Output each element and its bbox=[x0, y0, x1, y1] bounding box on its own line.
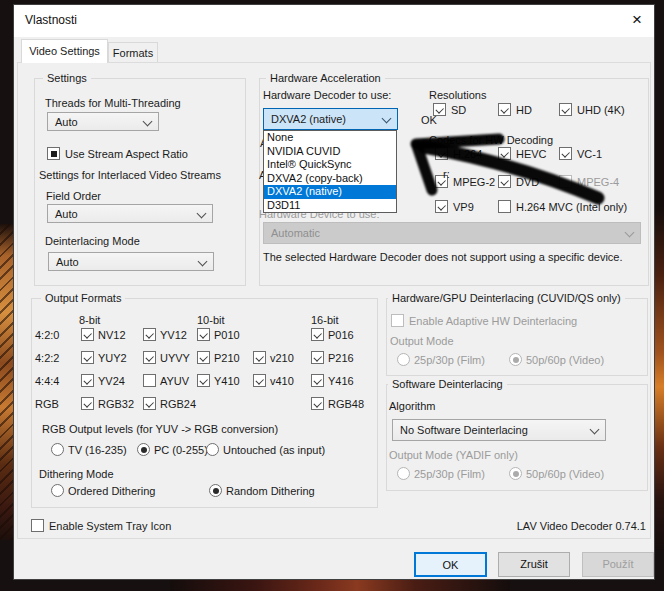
window-title: Vlastnosti bbox=[25, 13, 77, 27]
rgb-tv-label: TV (16-235) bbox=[68, 444, 127, 457]
hw-decoder-combobox[interactable]: DXVA2 (native) bbox=[263, 108, 398, 130]
dropdown-item-dxva2-native[interactable]: DXVA2 (native) bbox=[264, 185, 396, 199]
fmt-v410-label: v410 bbox=[270, 375, 294, 388]
field-order-combobox[interactable]: Auto bbox=[47, 204, 213, 223]
fmt-p010-checkbox[interactable] bbox=[197, 328, 210, 341]
sw-deint-title: Software Deinterlacing bbox=[388, 378, 507, 391]
deint-mode-value: Auto bbox=[56, 256, 79, 268]
field-order-label: Field Order bbox=[46, 190, 101, 203]
fmt-uyvy-checkbox[interactable] bbox=[143, 351, 156, 364]
apply-button[interactable]: Použít bbox=[582, 552, 654, 577]
hw-deint-video-label: 50p/60p (Video) bbox=[526, 354, 604, 367]
codec-mpeg4-label: MPEG-4 bbox=[577, 176, 619, 189]
hw-device-combobox: Automatic bbox=[263, 222, 641, 244]
codec-vp9-checkbox[interactable] bbox=[435, 200, 448, 213]
header-10bit: 10-bit bbox=[197, 314, 225, 327]
codec-mpeg4-checkbox[interactable] bbox=[559, 175, 572, 188]
fmt-rgb24-checkbox[interactable] bbox=[143, 397, 156, 410]
fmt-p016-checkbox[interactable] bbox=[311, 328, 324, 341]
ok-button[interactable]: OK bbox=[414, 552, 487, 577]
system-tray-checkbox[interactable] bbox=[31, 519, 44, 532]
rgb-untouched-radio[interactable] bbox=[206, 443, 219, 456]
title-bar[interactable]: Vlastnosti × bbox=[14, 5, 654, 37]
res-uhd-checkbox[interactable] bbox=[559, 103, 572, 116]
tab-formats[interactable]: Formats bbox=[108, 42, 158, 63]
rgb-untouched-label: Untouched (as input) bbox=[223, 444, 325, 457]
deint-mode-combobox[interactable]: Auto bbox=[48, 252, 214, 271]
fmt-rgb32-checkbox[interactable] bbox=[81, 397, 94, 410]
fmt-yv24-checkbox[interactable] bbox=[81, 374, 94, 387]
fmt-v210-checkbox[interactable] bbox=[253, 351, 266, 364]
chevron-down-icon bbox=[143, 117, 153, 127]
cancel-button[interactable]: Zrušit bbox=[498, 552, 570, 577]
codec-h264mvc-checkbox[interactable] bbox=[498, 200, 511, 213]
dropdown-item-dxva2-copyback[interactable]: DXVA2 (copy-back) bbox=[264, 172, 396, 186]
fmt-yv12-label: YV12 bbox=[160, 329, 187, 342]
codec-vc1-checkbox[interactable] bbox=[559, 147, 572, 160]
fmt-rgb48-label: RGB48 bbox=[328, 398, 364, 411]
fmt-yuy2-checkbox[interactable] bbox=[81, 351, 94, 364]
rgb-levels-label: RGB Output levels (for YUV -> RGB conver… bbox=[42, 423, 278, 436]
fmt-p216-checkbox[interactable] bbox=[311, 351, 324, 364]
fmt-yv12-checkbox[interactable] bbox=[143, 328, 156, 341]
codec-dvd-checkbox[interactable] bbox=[498, 175, 511, 188]
fmt-yv24-label: YV24 bbox=[98, 375, 125, 388]
res-hd-checkbox[interactable] bbox=[498, 103, 511, 116]
algorithm-combobox[interactable]: No Software Deinterlacing bbox=[392, 419, 606, 441]
header-8bit: 8-bit bbox=[79, 314, 100, 327]
codec-h264-label: H.264 bbox=[453, 148, 482, 161]
hidden-label-fragment: r: bbox=[443, 168, 450, 181]
algorithm-value: No Software Deinterlacing bbox=[400, 424, 528, 436]
dropdown-item-d3d11[interactable]: D3D11 bbox=[264, 199, 396, 213]
dithering-label: Dithering Mode bbox=[39, 468, 114, 481]
hw-device-note: The selected Hardware Decoder does not s… bbox=[263, 251, 623, 264]
hw-deint-output-mode-label: Output Mode bbox=[390, 335, 454, 348]
fmt-nv12-checkbox[interactable] bbox=[81, 328, 94, 341]
fmt-ayuv-checkbox[interactable] bbox=[143, 374, 156, 387]
rgb-tv-radio[interactable] bbox=[51, 443, 64, 456]
wallpaper-left bbox=[0, 224, 13, 540]
dropdown-item-none[interactable]: None bbox=[264, 131, 396, 145]
dithering-ordered-radio[interactable] bbox=[51, 484, 64, 497]
dropdown-item-nvidia-cuvid[interactable]: NVIDIA CUVID bbox=[264, 145, 396, 159]
hw-accel-group-title: Hardware Acceleration bbox=[266, 72, 385, 85]
hw-deint-video-radio bbox=[509, 353, 522, 366]
hw-decoder-dropdown-list: None NVIDIA CUVID Intel® QuickSync DXVA2… bbox=[263, 130, 397, 213]
rgb-pc-radio[interactable] bbox=[137, 443, 150, 456]
fmt-v210-label: v210 bbox=[270, 352, 294, 365]
codec-hevc-checkbox[interactable] bbox=[498, 147, 511, 160]
fmt-y416-label: Y416 bbox=[328, 375, 354, 388]
dropdown-item-intel-quicksync[interactable]: Intel® QuickSync bbox=[264, 158, 396, 172]
fmt-y416-checkbox[interactable] bbox=[311, 374, 324, 387]
threads-label: Threads for Multi-Threading bbox=[45, 97, 181, 110]
fmt-p210-label: P210 bbox=[214, 352, 240, 365]
fmt-rgb48-checkbox[interactable] bbox=[311, 397, 324, 410]
fmt-ayuv-label: AYUV bbox=[160, 375, 189, 388]
hidden-label-fragment: > bbox=[447, 136, 453, 149]
desktop: Vlastnosti × Video Settings Formats Sett… bbox=[0, 0, 664, 591]
fmt-y410-checkbox[interactable] bbox=[197, 374, 210, 387]
tab-video-settings[interactable]: Video Settings bbox=[21, 39, 108, 63]
sw-deint-video-label: 50p/60p (Video) bbox=[526, 468, 604, 481]
header-16bit: 16-bit bbox=[311, 314, 339, 327]
sw-deint-output-mode-label: Output Mode (YADIF only) bbox=[389, 449, 518, 462]
adaptive-hw-deint-checkbox bbox=[391, 314, 404, 327]
close-icon[interactable]: × bbox=[625, 8, 649, 32]
res-hd-label: HD bbox=[516, 104, 532, 117]
fmt-uyvy-label: UYVY bbox=[160, 352, 190, 365]
dithering-random-radio[interactable] bbox=[209, 484, 222, 497]
chevron-down-icon bbox=[625, 228, 635, 238]
adaptive-hw-deint-label: Enable Adaptive HW Deinterlacing bbox=[409, 315, 577, 328]
wallpaper-right bbox=[655, 120, 664, 550]
fmt-p210-checkbox[interactable] bbox=[197, 351, 210, 364]
res-sd-checkbox[interactable] bbox=[433, 103, 446, 116]
threads-combobox[interactable]: Auto bbox=[47, 112, 159, 131]
codec-dvd-label: DVD bbox=[516, 176, 539, 189]
aspect-ratio-checkbox[interactable] bbox=[47, 147, 60, 160]
chevron-down-icon bbox=[382, 114, 392, 124]
sw-deint-video-radio bbox=[509, 467, 522, 480]
res-sd-label: SD bbox=[451, 104, 466, 117]
res-uhd-label: UHD (4K) bbox=[577, 104, 625, 117]
fmt-yuy2-label: YUY2 bbox=[98, 352, 127, 365]
fmt-v410-checkbox[interactable] bbox=[253, 374, 266, 387]
